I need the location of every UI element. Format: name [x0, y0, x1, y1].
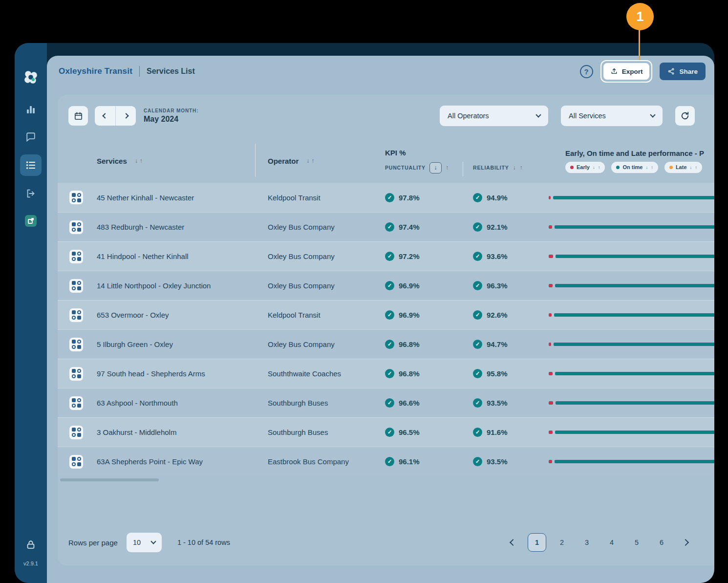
check-icon: ✓ — [473, 457, 482, 466]
sidebar-item-messages[interactable] — [21, 127, 41, 147]
page-button-3[interactable]: 3 — [578, 533, 596, 552]
table-row[interactable]: 41 Hindpool - Nether Kinhall Oxley Bus C… — [58, 241, 714, 271]
services-sort-asc[interactable]: ↑ — [140, 157, 143, 164]
calendar-button[interactable] — [68, 106, 88, 126]
share-button[interactable]: Share — [660, 63, 706, 80]
table-row[interactable]: 483 Redburgh - Newcaster Oxley Bus Compa… — [58, 212, 714, 241]
legend-pill[interactable]: Late ↓ ↑ — [664, 162, 702, 173]
bar-chart-icon — [25, 104, 36, 115]
calendar-month-value: May 2024 — [144, 115, 198, 124]
service-name: 483 Redburgh - Newcaster — [97, 223, 268, 231]
reliability-sort-desc[interactable]: ↓ — [513, 164, 516, 171]
table-row[interactable]: 63 Ashpool - Northmouth Southburgh Buses… — [58, 388, 714, 417]
check-icon: ✓ — [473, 252, 482, 261]
refresh-icon — [680, 111, 690, 121]
table-row[interactable]: 45 Nether Kinhall - Newcaster Keldpool T… — [58, 183, 714, 212]
early-bar — [549, 401, 553, 405]
operator-sort-desc[interactable]: ↓ — [306, 157, 309, 164]
service-grid-icon — [69, 367, 83, 381]
sidebar-item-lock[interactable] — [21, 535, 41, 555]
export-button-label: Export — [622, 68, 643, 75]
page-button-2[interactable]: 2 — [553, 533, 571, 552]
rows-per-page-value: 10 — [133, 539, 141, 546]
service-name: 3 Oakhurst - Middleholm — [97, 428, 268, 436]
chat-icon — [25, 131, 36, 142]
service-grid-icon — [69, 338, 83, 351]
check-icon: ✓ — [473, 428, 482, 437]
check-icon: ✓ — [473, 193, 482, 202]
service-grid-icon — [69, 279, 83, 293]
operator-name: Oxley Bus Company — [268, 340, 385, 348]
operator-sort-asc[interactable]: ↑ — [311, 157, 314, 164]
punctuality-value: 97.8% — [399, 194, 420, 202]
chevron-down-icon — [650, 112, 655, 117]
services-panel: CALENDAR MONTH: May 2024 All Operators A… — [58, 95, 714, 565]
service-name: 14 Little Northpool - Oxley Junction — [97, 281, 268, 290]
next-month-button[interactable] — [115, 106, 136, 126]
ontime-sort-asc[interactable]: ↑ — [651, 165, 653, 170]
next-page-button[interactable] — [677, 534, 694, 551]
ontime-bar — [553, 196, 714, 199]
operator-name: Keldpool Transit — [268, 311, 385, 319]
reliability-value: 94.7% — [487, 340, 508, 348]
services-sort-desc[interactable]: ↓ — [135, 157, 138, 164]
table-row[interactable]: 3 Oakhurst - Middleholm Southburgh Buses… — [58, 417, 714, 447]
early-bar — [549, 313, 552, 317]
page-title: Services List — [147, 67, 195, 76]
late-sort-desc[interactable]: ↓ — [690, 165, 692, 170]
page-button-6[interactable]: 6 — [652, 533, 671, 552]
annotation-highlight-ring: Export — [600, 60, 653, 83]
punctuality-value: 96.1% — [399, 457, 420, 466]
sidebar-item-services-list[interactable] — [20, 154, 42, 176]
page-button-4[interactable]: 4 — [602, 533, 621, 552]
check-icon: ✓ — [473, 340, 482, 349]
ontime-bar — [554, 313, 714, 317]
ontime-bar — [556, 401, 714, 405]
ontime-sort-desc[interactable]: ↓ — [645, 165, 648, 170]
punctuality-value: 96.8% — [399, 369, 420, 378]
table-row[interactable]: 97 South head - Shepherds Arms Souththwa… — [58, 359, 714, 388]
upload-icon — [610, 67, 618, 75]
previous-page-button[interactable] — [505, 534, 521, 551]
sidebar-item-dashboard[interactable] — [21, 100, 41, 119]
early-sort-desc[interactable]: ↓ — [593, 165, 595, 170]
service-name: 63 Ashpool - Northmouth — [97, 399, 268, 407]
early-sort-asc[interactable]: ↑ — [598, 165, 600, 170]
chevron-left-icon — [510, 539, 516, 546]
previous-month-button[interactable] — [95, 106, 115, 126]
refresh-button[interactable] — [675, 106, 695, 126]
rows-per-page-dropdown[interactable]: 10 — [127, 533, 162, 552]
reliability-sort-asc[interactable]: ↑ — [520, 164, 523, 171]
app-logo — [21, 67, 41, 87]
sidebar-item-export-app[interactable] — [21, 211, 41, 231]
version-label: v2.9.1 — [23, 561, 38, 566]
check-icon: ✓ — [473, 310, 482, 320]
page-button-5[interactable]: 5 — [627, 533, 646, 552]
legend-ontime-label: On time — [622, 164, 642, 170]
early-bar — [549, 225, 552, 229]
export-button[interactable]: Export — [603, 63, 650, 80]
legend-pill[interactable]: Early ↓ ↑ — [565, 162, 605, 173]
scrollbar-thumb[interactable] — [60, 478, 159, 481]
kpi-column-header: KPI % PUNCTUALITY ↓ ↑ RELIABILITY ↓ ↑ — [385, 149, 549, 173]
operator-name: Keldpool Transit — [268, 194, 385, 202]
punctuality-sort-desc-active[interactable]: ↓ — [429, 162, 442, 173]
legend-pill[interactable]: On time ↓ ↑ — [611, 162, 658, 173]
lock-icon — [25, 540, 36, 550]
early-bar — [549, 255, 553, 258]
services-filter-dropdown[interactable]: All Services — [561, 106, 663, 126]
table-row[interactable]: 14 Little Northpool - Oxley Junction Oxl… — [58, 271, 714, 300]
operators-filter-dropdown[interactable]: All Operators — [440, 106, 548, 126]
operator-name: Oxley Bus Company — [268, 223, 385, 231]
header-divider — [255, 144, 256, 177]
late-sort-asc[interactable]: ↑ — [695, 165, 697, 170]
table-row[interactable]: 653 Overmoor - Oxley Keldpool Transit ✓ … — [58, 300, 714, 329]
table-row[interactable]: 5 Ilburgh Green - Oxley Oxley Bus Compan… — [58, 329, 714, 359]
punctuality-sort-asc[interactable]: ↑ — [446, 164, 449, 171]
help-button[interactable]: ? — [580, 65, 593, 78]
reliability-value: 91.6% — [487, 428, 508, 436]
sidebar-item-logout[interactable] — [21, 184, 41, 203]
page-button-1[interactable]: 1 — [528, 533, 546, 552]
punctuality-value: 96.8% — [399, 340, 420, 348]
table-row[interactable]: 63A Shepherds Point - Epic Way Eastbrook… — [58, 447, 714, 476]
